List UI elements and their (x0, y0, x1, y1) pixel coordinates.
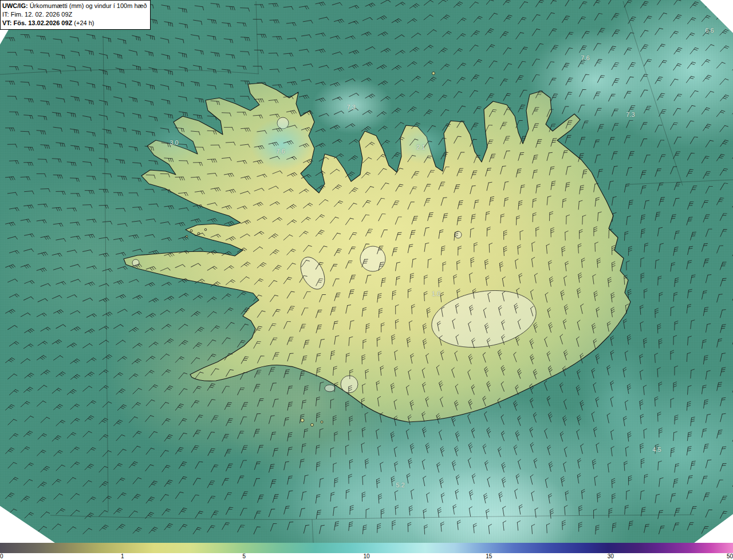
colorbar-ticks: 01510153050 (0, 553, 733, 560)
title-line-3: VT: Fös. 13.02.2026 09Z (+24 h) (2, 19, 147, 27)
title-line-2: IT: Fim. 12. 02. 2026 09Z (2, 10, 147, 19)
title-box: UWC/IG: Úrkomumætti (mm) og vindur í 100… (0, 0, 151, 30)
model-name: UWC/IG: (2, 2, 28, 9)
colorbar-tick-50: 50 (727, 553, 733, 560)
colorbar-tick-30: 30 (608, 553, 614, 560)
map-area: 6.67.67.37.33.07.62.11.04.55.2 (0, 0, 733, 543)
colorbar-tick-10: 10 (363, 553, 369, 560)
valid-time: VT: Fös. 13.02.2026 09Z (2, 19, 72, 26)
title-line-1: UWC/IG: Úrkomumætti (mm) og vindur í 100… (2, 2, 147, 10)
colorbar-tick-0: 0 (0, 553, 3, 560)
colorbar-tick-1: 1 (121, 553, 124, 560)
init-time: IT: Fim. 12. 02. 2026 09Z (2, 11, 72, 18)
colorbar: 01510153050 (0, 543, 733, 560)
lead-time: (+24 h) (74, 19, 94, 26)
weather-map-app: 6.67.67.37.33.07.62.11.04.55.2 UWC/IG: Ú… (0, 0, 733, 560)
colorbar-tick-15: 15 (486, 553, 492, 560)
colorbar-gradient (0, 543, 733, 553)
product-title: Úrkomumætti (mm) og vindur í 100m hæð (30, 2, 147, 9)
colorbar-tick-5: 5 (242, 553, 246, 560)
map-overlay-svg (0, 0, 733, 543)
